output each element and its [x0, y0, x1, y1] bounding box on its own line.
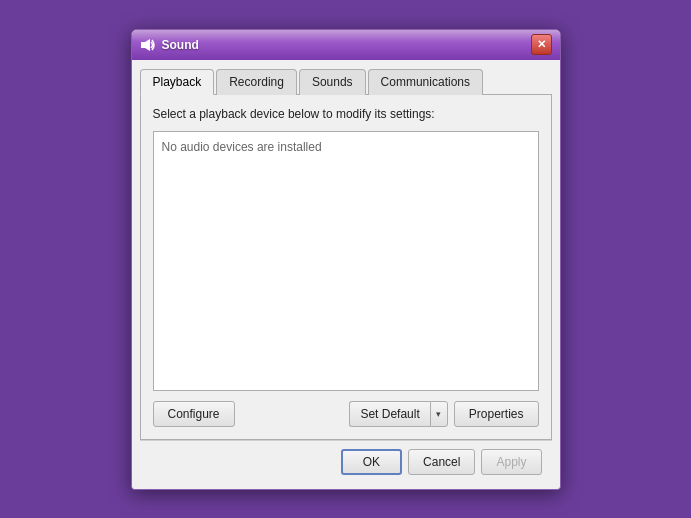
tab-playback[interactable]: Playback: [140, 69, 215, 95]
set-default-button[interactable]: Set Default: [349, 401, 429, 427]
sound-icon: [140, 37, 156, 53]
tab-sounds[interactable]: Sounds: [299, 69, 366, 95]
tab-recording[interactable]: Recording: [216, 69, 297, 95]
dialog-footer: OK Cancel Apply: [140, 440, 552, 481]
no-device-text: No audio devices are installed: [162, 140, 322, 154]
tab-communications[interactable]: Communications: [368, 69, 483, 95]
sound-dialog: Sound ✕ Playback Recording Sounds Commun…: [131, 29, 561, 490]
title-bar-left: Sound: [140, 37, 199, 53]
window-title: Sound: [162, 38, 199, 52]
properties-button[interactable]: Properties: [454, 401, 539, 427]
close-button[interactable]: ✕: [531, 34, 552, 55]
right-buttons: Set Default ▾ Properties: [349, 401, 538, 427]
ok-button[interactable]: OK: [341, 449, 402, 475]
apply-button[interactable]: Apply: [481, 449, 541, 475]
tab-content-playback: Select a playback device below to modify…: [140, 95, 552, 440]
svg-rect-0: [141, 42, 145, 48]
bottom-button-row: Configure Set Default ▾ Properties: [153, 401, 539, 427]
set-default-dropdown[interactable]: ▾: [430, 401, 448, 427]
set-default-group: Set Default ▾: [349, 401, 447, 427]
instruction-text: Select a playback device below to modify…: [153, 107, 539, 121]
cancel-button[interactable]: Cancel: [408, 449, 475, 475]
window-body: Playback Recording Sounds Communications…: [132, 60, 560, 489]
title-bar: Sound ✕: [132, 30, 560, 60]
configure-button[interactable]: Configure: [153, 401, 235, 427]
tab-bar: Playback Recording Sounds Communications: [140, 68, 552, 95]
svg-marker-1: [145, 39, 150, 51]
device-list[interactable]: No audio devices are installed: [153, 131, 539, 391]
